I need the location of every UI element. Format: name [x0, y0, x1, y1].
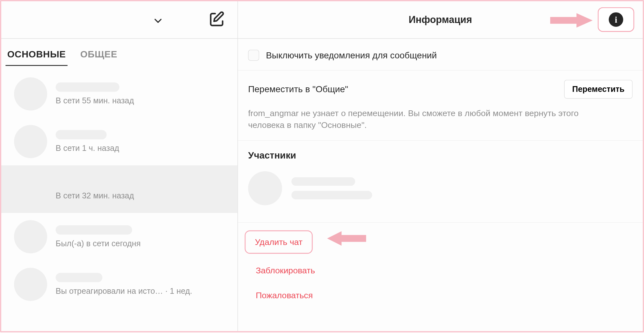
block-button[interactable]: Заблокировать — [248, 258, 323, 283]
chevron-down-icon — [152, 15, 164, 27]
chat-status: В сети 55 мин. назад — [56, 96, 227, 105]
chat-item[interactable]: В сети 1 ч. назад — [1, 118, 238, 165]
annotation-arrow-right — [550, 13, 593, 27]
member-row[interactable] — [248, 169, 633, 210]
members-section: Участники — [238, 140, 643, 219]
inbox-tabs: ОСНОВНЫЕ ОБЩЕЕ — [1, 39, 238, 70]
compose-button[interactable] — [208, 11, 226, 30]
chat-texts: Был(-а) в сети сегодня — [56, 225, 227, 248]
mute-checkbox[interactable] — [248, 50, 259, 61]
chat-item[interactable]: В сети 32 мин. назад — [1, 165, 238, 213]
tab-general[interactable]: ОБЩЕЕ — [79, 40, 118, 69]
main-pane: Информация i Выключить уведомления для с… — [238, 1, 643, 331]
member-name-redacted — [291, 177, 355, 186]
info-panel: Выключить уведомления для сообщений Пере… — [238, 39, 643, 331]
chat-item[interactable]: Вы отреагировали на исто… · 1 нед. — [1, 261, 238, 308]
mute-label: Выключить уведомления для сообщений — [266, 50, 437, 60]
chat-status: Был(-а) в сети сегодня — [56, 239, 227, 248]
avatar — [14, 220, 47, 253]
chat-list: В сети 55 мин. назад В сети 1 ч. назад В… — [1, 70, 238, 331]
avatar — [14, 173, 47, 206]
avatar — [14, 78, 47, 111]
mute-section: Выключить уведомления для сообщений — [238, 39, 643, 70]
move-description: from_angmar не узнает о перемещении. Вы … — [248, 107, 609, 131]
chat-status: Вы отреагировали на исто… · 1 нед. — [56, 286, 227, 296]
chat-status: В сети 1 ч. назад — [56, 144, 227, 153]
chat-texts: В сети 32 мин. назад — [56, 178, 227, 201]
compose-icon — [208, 11, 226, 28]
chat-item[interactable]: В сети 55 мин. назад — [1, 70, 238, 118]
chat-name-redacted — [56, 273, 103, 282]
report-button[interactable]: Пожаловаться — [248, 283, 320, 308]
chat-item[interactable]: Был(-а) в сети сегодня — [1, 213, 238, 261]
danger-section: Удалить чат Заблокировать Пожаловаться — [238, 222, 643, 308]
member-handle-redacted — [291, 191, 372, 199]
move-button[interactable]: Переместить — [564, 80, 633, 99]
member-text — [291, 177, 372, 199]
chat-texts: В сети 55 мин. назад — [56, 83, 227, 106]
info-button[interactable]: i — [598, 7, 634, 32]
members-heading: Участники — [248, 150, 633, 161]
annotation-arrow-left — [327, 231, 366, 246]
app-frame: ОСНОВНЫЕ ОБЩЕЕ В сети 55 мин. назад В се… — [0, 0, 644, 332]
avatar — [14, 125, 47, 158]
account-switcher[interactable] — [152, 15, 164, 29]
avatar — [248, 171, 282, 205]
svg-marker-0 — [550, 13, 593, 27]
chat-status: В сети 32 мин. назад — [56, 191, 227, 201]
chat-name-redacted — [56, 178, 124, 187]
avatar — [14, 268, 47, 301]
page-title: Информация — [409, 14, 472, 26]
chat-name-redacted — [56, 130, 107, 139]
chat-name-redacted — [56, 225, 132, 234]
move-section: Переместить в "Общие" Переместить from_a… — [238, 70, 643, 140]
delete-chat-button[interactable]: Удалить чат — [245, 230, 313, 254]
tab-primary[interactable]: ОСНОВНЫЕ — [6, 40, 67, 69]
main-header: Информация i — [238, 1, 643, 39]
chat-name-redacted — [56, 83, 120, 92]
sidebar: ОСНОВНЫЕ ОБЩЕЕ В сети 55 мин. назад В се… — [1, 1, 238, 331]
svg-marker-1 — [327, 231, 366, 246]
info-icon: i — [609, 12, 623, 27]
chat-texts: В сети 1 ч. назад — [56, 130, 227, 153]
sidebar-header — [1, 1, 238, 39]
move-title: Переместить в "Общие" — [248, 84, 348, 94]
chat-texts: Вы отреагировали на исто… · 1 нед. — [56, 273, 227, 296]
